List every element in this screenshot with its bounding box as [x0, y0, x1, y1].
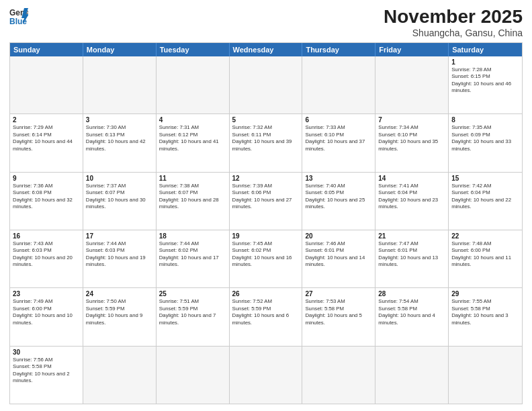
- day-info: Sunrise: 7:38 AM Sunset: 6:07 PM Dayligh…: [159, 183, 226, 211]
- header-day-wednesday: Wednesday: [230, 43, 303, 56]
- day-info: Sunrise: 7:53 AM Sunset: 5:58 PM Dayligh…: [305, 298, 372, 326]
- calendar-cell-empty-0-1: [83, 56, 157, 113]
- calendar-cell-empty-5-1: [83, 347, 157, 404]
- calendar-cell-22: 22Sunrise: 7:48 AM Sunset: 6:00 PM Dayli…: [449, 230, 522, 287]
- calendar-row-5: 30Sunrise: 7:56 AM Sunset: 5:58 PM Dayli…: [10, 346, 522, 404]
- calendar-cell-24: 24Sunrise: 7:50 AM Sunset: 5:59 PM Dayli…: [83, 288, 157, 345]
- calendar-row-1: 2Sunrise: 7:29 AM Sunset: 6:14 PM Daylig…: [10, 113, 522, 171]
- header-day-saturday: Saturday: [449, 43, 522, 56]
- day-info: Sunrise: 7:30 AM Sunset: 6:13 PM Dayligh…: [86, 124, 153, 152]
- calendar-cell-15: 15Sunrise: 7:42 AM Sunset: 6:04 PM Dayli…: [449, 173, 522, 230]
- day-info: Sunrise: 7:55 AM Sunset: 5:58 PM Dayligh…: [451, 298, 519, 326]
- header: GeneralBlue November 2025 Shuangcha, Gan…: [9, 7, 523, 38]
- day-number: 7: [378, 116, 445, 124]
- calendar-cell-14: 14Sunrise: 7:41 AM Sunset: 6:04 PM Dayli…: [375, 173, 449, 230]
- calendar-cell-empty-5-6: [449, 347, 522, 404]
- calendar: SundayMondayTuesdayWednesdayThursdayFrid…: [9, 42, 523, 404]
- day-number: 21: [378, 232, 445, 240]
- calendar-cell-empty-0-3: [230, 56, 303, 113]
- calendar-cell-9: 9Sunrise: 7:36 AM Sunset: 6:08 PM Daylig…: [10, 173, 83, 230]
- calendar-cell-1: 1Sunrise: 7:28 AM Sunset: 6:15 PM Daylig…: [449, 56, 522, 113]
- day-number: 3: [86, 116, 153, 124]
- calendar-row-2: 9Sunrise: 7:36 AM Sunset: 6:08 PM Daylig…: [10, 172, 522, 230]
- calendar-cell-23: 23Sunrise: 7:49 AM Sunset: 6:00 PM Dayli…: [10, 288, 83, 345]
- calendar-cell-5: 5Sunrise: 7:32 AM Sunset: 6:11 PM Daylig…: [230, 114, 303, 171]
- day-info: Sunrise: 7:29 AM Sunset: 6:14 PM Dayligh…: [13, 124, 80, 152]
- calendar-cell-empty-0-4: [302, 56, 375, 113]
- day-number: 4: [159, 116, 226, 124]
- day-number: 5: [232, 116, 300, 124]
- calendar-cell-19: 19Sunrise: 7:45 AM Sunset: 6:02 PM Dayli…: [230, 230, 303, 287]
- calendar-header: SundayMondayTuesdayWednesdayThursdayFrid…: [10, 43, 522, 56]
- calendar-cell-empty-0-0: [10, 56, 83, 113]
- calendar-cell-26: 26Sunrise: 7:52 AM Sunset: 5:59 PM Dayli…: [230, 288, 303, 345]
- calendar-cell-10: 10Sunrise: 7:37 AM Sunset: 6:07 PM Dayli…: [83, 173, 157, 230]
- calendar-cell-28: 28Sunrise: 7:54 AM Sunset: 5:58 PM Dayli…: [375, 288, 449, 345]
- calendar-cell-4: 4Sunrise: 7:31 AM Sunset: 6:12 PM Daylig…: [157, 114, 230, 171]
- calendar-cell-3: 3Sunrise: 7:30 AM Sunset: 6:13 PM Daylig…: [83, 114, 157, 171]
- day-info: Sunrise: 7:48 AM Sunset: 6:00 PM Dayligh…: [451, 240, 519, 269]
- header-day-tuesday: Tuesday: [157, 43, 230, 56]
- calendar-cell-12: 12Sunrise: 7:39 AM Sunset: 6:06 PM Dayli…: [230, 173, 303, 230]
- day-number: 27: [305, 290, 372, 298]
- day-number: 13: [305, 175, 372, 182]
- header-day-thursday: Thursday: [302, 43, 375, 56]
- title-block: November 2025 Shuangcha, Gansu, China: [384, 7, 523, 38]
- day-number: 11: [159, 175, 226, 182]
- calendar-cell-16: 16Sunrise: 7:43 AM Sunset: 6:03 PM Dayli…: [10, 230, 83, 287]
- day-info: Sunrise: 7:31 AM Sunset: 6:12 PM Dayligh…: [159, 124, 226, 152]
- day-number: 12: [232, 175, 300, 182]
- calendar-cell-2: 2Sunrise: 7:29 AM Sunset: 6:14 PM Daylig…: [10, 114, 83, 171]
- calendar-cell-21: 21Sunrise: 7:47 AM Sunset: 6:01 PM Dayli…: [375, 230, 449, 287]
- calendar-cell-8: 8Sunrise: 7:35 AM Sunset: 6:09 PM Daylig…: [449, 114, 522, 171]
- calendar-cell-empty-0-2: [157, 56, 230, 113]
- day-number: 6: [305, 116, 372, 124]
- day-info: Sunrise: 7:36 AM Sunset: 6:08 PM Dayligh…: [13, 183, 80, 211]
- day-number: 23: [13, 290, 80, 298]
- day-number: 9: [13, 175, 80, 182]
- day-info: Sunrise: 7:34 AM Sunset: 6:10 PM Dayligh…: [378, 124, 445, 152]
- day-number: 25: [159, 290, 226, 298]
- day-info: Sunrise: 7:46 AM Sunset: 6:01 PM Dayligh…: [305, 240, 372, 269]
- day-info: Sunrise: 7:54 AM Sunset: 5:58 PM Dayligh…: [378, 298, 445, 326]
- day-number: 14: [378, 175, 445, 182]
- calendar-row-4: 23Sunrise: 7:49 AM Sunset: 6:00 PM Dayli…: [10, 287, 522, 345]
- day-number: 2: [13, 116, 80, 124]
- day-info: Sunrise: 7:49 AM Sunset: 6:00 PM Dayligh…: [13, 298, 80, 326]
- day-info: Sunrise: 7:41 AM Sunset: 6:04 PM Dayligh…: [378, 183, 445, 211]
- calendar-cell-empty-5-2: [157, 347, 230, 404]
- day-number: 29: [451, 290, 519, 298]
- day-number: 26: [232, 290, 300, 298]
- calendar-cell-29: 29Sunrise: 7:55 AM Sunset: 5:58 PM Dayli…: [449, 288, 522, 345]
- day-number: 19: [232, 232, 300, 240]
- day-number: 15: [451, 175, 519, 182]
- header-day-friday: Friday: [375, 43, 449, 56]
- day-info: Sunrise: 7:45 AM Sunset: 6:02 PM Dayligh…: [232, 240, 300, 269]
- day-info: Sunrise: 7:35 AM Sunset: 6:09 PM Dayligh…: [451, 124, 519, 152]
- day-number: 17: [86, 232, 153, 240]
- calendar-cell-27: 27Sunrise: 7:53 AM Sunset: 5:58 PM Dayli…: [302, 288, 375, 345]
- day-number: 1: [451, 58, 519, 66]
- day-info: Sunrise: 7:43 AM Sunset: 6:03 PM Dayligh…: [13, 240, 80, 269]
- day-info: Sunrise: 7:40 AM Sunset: 6:05 PM Dayligh…: [305, 183, 372, 211]
- day-info: Sunrise: 7:37 AM Sunset: 6:07 PM Dayligh…: [86, 183, 153, 211]
- day-info: Sunrise: 7:52 AM Sunset: 5:59 PM Dayligh…: [232, 298, 300, 326]
- calendar-cell-13: 13Sunrise: 7:40 AM Sunset: 6:05 PM Dayli…: [302, 173, 375, 230]
- day-number: 30: [13, 349, 80, 356]
- day-info: Sunrise: 7:42 AM Sunset: 6:04 PM Dayligh…: [451, 183, 519, 211]
- day-number: 16: [13, 232, 80, 240]
- day-info: Sunrise: 7:39 AM Sunset: 6:06 PM Dayligh…: [232, 183, 300, 211]
- day-info: Sunrise: 7:47 AM Sunset: 6:01 PM Dayligh…: [378, 240, 445, 269]
- logo-icon: GeneralBlue: [9, 7, 28, 26]
- calendar-cell-empty-5-5: [375, 347, 449, 404]
- day-number: 10: [86, 175, 153, 182]
- calendar-cell-18: 18Sunrise: 7:44 AM Sunset: 6:02 PM Dayli…: [157, 230, 230, 287]
- calendar-cell-25: 25Sunrise: 7:51 AM Sunset: 5:59 PM Dayli…: [157, 288, 230, 345]
- main-title: November 2025: [384, 7, 523, 28]
- calendar-row-3: 16Sunrise: 7:43 AM Sunset: 6:03 PM Dayli…: [10, 230, 522, 287]
- day-info: Sunrise: 7:44 AM Sunset: 6:02 PM Dayligh…: [159, 240, 226, 269]
- calendar-cell-empty-5-4: [302, 347, 375, 404]
- calendar-cell-30: 30Sunrise: 7:56 AM Sunset: 5:58 PM Dayli…: [10, 347, 83, 404]
- calendar-cell-7: 7Sunrise: 7:34 AM Sunset: 6:10 PM Daylig…: [375, 114, 449, 171]
- calendar-row-0: 1Sunrise: 7:28 AM Sunset: 6:15 PM Daylig…: [10, 56, 522, 113]
